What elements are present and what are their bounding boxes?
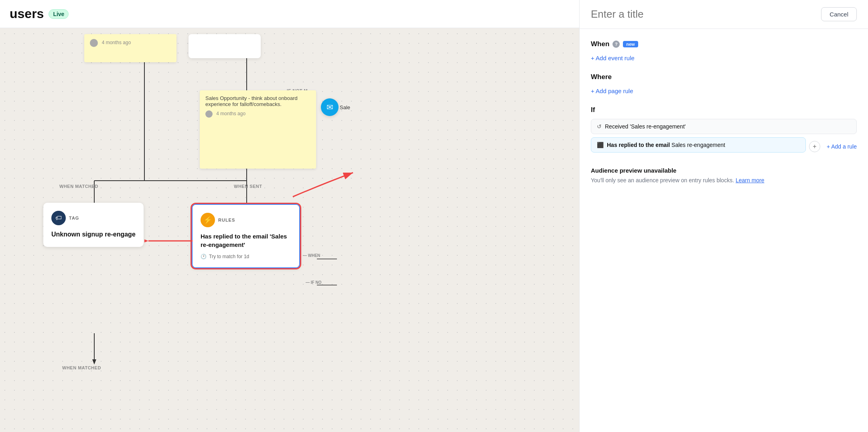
audience-section: Audience preview unavailable You'll only…	[591, 167, 857, 185]
if-section-title: If	[591, 106, 857, 114]
canvas-header: users Live	[0, 0, 579, 28]
rule-pill-2[interactable]: ⬛ Has replied to the email Sales re-enga…	[591, 137, 806, 153]
right-panel-header: Cancel	[580, 0, 868, 29]
cancel-button[interactable]: Cancel	[821, 7, 857, 21]
where-section-title: Where	[591, 73, 857, 81]
where-label: Where	[591, 73, 612, 81]
canvas-area: users Live WHEN MATCHED — WHEN — IF NO I…	[0, 0, 579, 432]
rule-plus-btn[interactable]: +	[809, 141, 820, 152]
tag-icon: 🏷	[51, 211, 66, 225]
red-arrow-left	[144, 229, 197, 253]
when-label: When	[591, 40, 609, 48]
svg-marker-8	[92, 359, 96, 365]
tag-node[interactable]: 🏷 TAG Unknown signup re-engage	[43, 203, 144, 247]
if-section-row: ⬛ Has replied to the email Sales re-enga…	[591, 137, 857, 156]
add-event-rule-link[interactable]: + Add event rule	[591, 55, 635, 61]
red-arrow-right	[289, 169, 361, 201]
new-badge: new	[623, 41, 638, 47]
rule-text-2: Has replied to the email Sales re-engage…	[607, 142, 800, 148]
rule-icon-2: ⬛	[597, 142, 604, 148]
sticky-card-2: Sales Opportunity - think about onboard …	[200, 90, 316, 169]
avatar-2	[205, 110, 213, 118]
when-section-title: When ? new	[591, 40, 857, 48]
when-matched-label: WHEN MATCHED	[59, 184, 98, 189]
rule-text-1: Received 'Sales re-engagement'	[605, 123, 685, 130]
svg-text:— IF NO: — IF NO	[306, 280, 322, 285]
sticky-card-2-timestamp: 4 months ago	[205, 110, 310, 118]
email-icon: ✉	[327, 102, 333, 112]
rules-node[interactable]: ⚡ RULES Has replied to the email 'Sales …	[192, 204, 300, 268]
help-icon: ?	[612, 41, 620, 48]
if-label: If	[591, 106, 595, 114]
clock-icon: 🕐	[201, 254, 207, 259]
when-sent-label: WHEN SENT	[234, 184, 262, 189]
add-a-rule-link[interactable]: + Add a rule	[827, 143, 857, 150]
sticky-card-2-text: Sales Opportunity - think about onboard …	[205, 95, 310, 107]
tag-label: TAG	[69, 216, 79, 220]
sticky-card-1: 4 months ago	[84, 34, 176, 62]
where-section: Where + Add page rule	[591, 73, 857, 95]
audience-desc-text: You'll only see an audience preview on e…	[591, 177, 734, 183]
svg-text:— WHEN: — WHEN	[303, 253, 320, 258]
learn-more-link[interactable]: Learn more	[736, 177, 765, 183]
live-badge: Live	[49, 9, 69, 19]
right-panel-body: When ? new + Add event rule Where + Add …	[580, 29, 868, 432]
page-title: users	[10, 6, 44, 21]
rules-footer-text: Try to match for 1d	[209, 254, 249, 259]
audience-desc: You'll only see an audience preview on e…	[591, 176, 857, 185]
blank-node	[189, 34, 261, 58]
right-panel: Cancel When ? new + Add event rule Where…	[579, 0, 868, 432]
rule-icon-1: ↺	[597, 123, 602, 130]
title-input[interactable]	[591, 8, 821, 20]
if-section: If ↺ Received 'Sales re-engagement' ⬛ Ha…	[591, 106, 857, 156]
avatar-1	[90, 39, 98, 47]
rule-pill-1[interactable]: ↺ Received 'Sales re-engagement'	[591, 119, 857, 134]
svg-text:WHEN MATCHED: WHEN MATCHED	[62, 365, 101, 370]
timestamp-1: 4 months ago	[102, 40, 131, 45]
when-section: When ? new + Add event rule	[591, 40, 857, 62]
tag-node-header: 🏷 TAG	[51, 211, 136, 225]
sale-label: Sale	[340, 104, 350, 110]
rules-icon: ⚡	[201, 213, 215, 227]
tag-content: Unknown signup re-engage	[51, 230, 136, 239]
add-page-rule-link[interactable]: + Add page rule	[591, 88, 633, 94]
rules-content: Has replied to the email 'Sales re-engag…	[201, 232, 291, 249]
email-icon-node: ✉	[321, 98, 339, 116]
rule-bold-part: Has replied to the email	[607, 142, 670, 148]
rules-node-header: ⚡ RULES	[201, 213, 291, 227]
rules-label: RULES	[218, 218, 235, 222]
rule-normal-part: Sales re-engagement	[671, 142, 725, 148]
audience-title: Audience preview unavailable	[591, 167, 857, 174]
rules-footer: 🕐 Try to match for 1d	[201, 254, 291, 259]
